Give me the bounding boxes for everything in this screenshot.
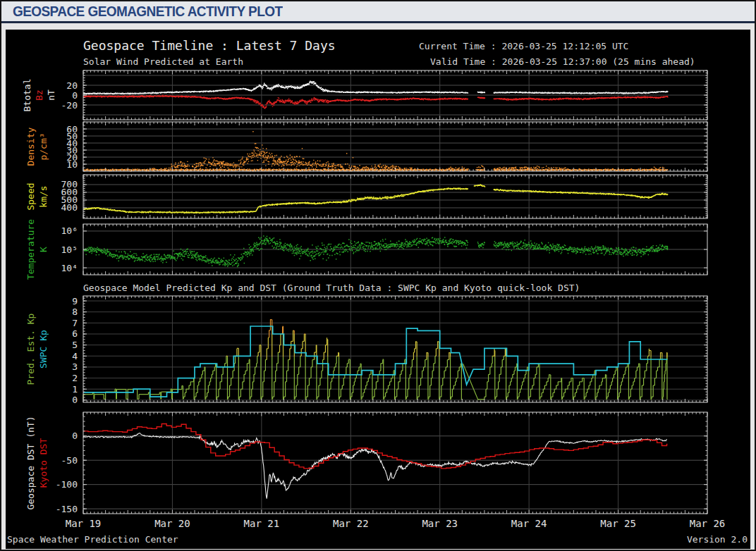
ytick-label-speed: 400 xyxy=(61,202,78,213)
axis-label-dst: Geospace DST (nT) xyxy=(25,416,36,509)
ytick-label-kp: 7 xyxy=(72,318,78,328)
series-temperature xyxy=(83,235,668,267)
series-density xyxy=(83,131,668,171)
ytick-label-dst: -150 xyxy=(56,504,78,514)
ytick-label-imf: -20 xyxy=(61,100,78,111)
series-pred-est-kp xyxy=(83,319,667,400)
axis-label-imf: Bz xyxy=(34,89,44,101)
xtick-label: Mar 22 xyxy=(333,518,369,529)
axis-label-kp: Pred. Est. Kp xyxy=(25,313,36,385)
ytick-label-kp: 9 xyxy=(72,296,78,307)
series-swpc-kp xyxy=(83,326,667,397)
axis-label-speed: Speed xyxy=(25,182,36,210)
panel-imf-chrome xyxy=(83,70,707,120)
series-bz xyxy=(83,95,669,109)
panel-kp-chrome xyxy=(83,296,707,402)
xtick-label: Mar 24 xyxy=(511,518,547,529)
ytick-label-kp: 6 xyxy=(72,328,78,339)
ytick-label-kp: 4 xyxy=(72,351,78,361)
ytick-label-kp: 2 xyxy=(72,373,78,383)
xtick-label: Mar 26 xyxy=(690,518,726,529)
axis-label-density: p/cm³ xyxy=(38,132,49,160)
ytick-label-temperature: 10⁶ xyxy=(61,225,78,236)
x-axis-labels: Mar 19Mar 20Mar 21Mar 22Mar 23Mar 24Mar … xyxy=(66,518,726,529)
panel-temperature-chrome xyxy=(83,224,707,275)
ytick-label-kp: 8 xyxy=(72,307,78,317)
axis-label-temperature: K xyxy=(38,247,49,252)
xtick-label: Mar 19 xyxy=(66,518,102,529)
series-btotal xyxy=(83,81,669,95)
axis-label-density: Density xyxy=(25,127,36,166)
xtick-label: Mar 21 xyxy=(244,518,280,529)
ytick-label-dst: 0 xyxy=(72,431,78,441)
panel-dst-frame: 0-50-100-150Geospace DST (nT)Kyoto DST xyxy=(25,412,707,514)
series-dst_geospace xyxy=(83,433,667,499)
series-speed xyxy=(83,184,668,213)
ytick-label-kp: 3 xyxy=(72,361,78,372)
geospace-chart: 200-20BtotalBznT605040302010Densityp/cm³… xyxy=(0,0,756,551)
ytick-label-density: 10 xyxy=(66,159,78,170)
axis-label-imf: nT xyxy=(46,89,56,101)
ytick-label-temperature: 10⁵ xyxy=(61,244,78,255)
xtick-label: Mar 20 xyxy=(154,518,190,529)
axis-label-imf: Btotal xyxy=(22,79,32,112)
ytick-label-imf: 0 xyxy=(72,90,78,101)
ytick-label-kp: 5 xyxy=(72,340,78,350)
xtick-label: Mar 25 xyxy=(600,518,636,529)
series-dst_kyoto xyxy=(83,424,667,469)
ytick-label-dst: -100 xyxy=(56,479,78,490)
ytick-label-dst: -50 xyxy=(61,455,78,466)
axis-label-temperature: Temperature xyxy=(25,219,36,280)
ytick-label-kp: 0 xyxy=(72,395,78,405)
ytick-label-kp: 1 xyxy=(72,384,78,395)
axis-label-speed: km/s xyxy=(38,185,49,207)
axis-label-kp: SWPC Kp xyxy=(38,330,49,369)
xtick-label: Mar 23 xyxy=(422,518,458,529)
axis-label-dst: Kyoto DST xyxy=(38,438,49,488)
panel-density-chrome xyxy=(83,122,707,171)
ytick-label-imf: 20 xyxy=(66,80,78,91)
ytick-label-temperature: 10⁴ xyxy=(61,263,78,273)
